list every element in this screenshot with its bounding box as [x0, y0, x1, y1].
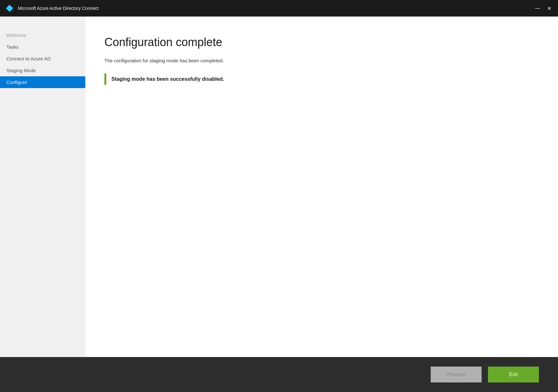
- sidebar-item-welcome[interactable]: Welcome: [0, 29, 85, 41]
- footer: Previous Exit: [0, 357, 558, 392]
- app-window: Microsoft Azure Active Directory Connect…: [0, 0, 558, 392]
- sidebar: Welcome Tasks Connect to Azure AD Stagin…: [0, 17, 85, 357]
- page-title: Configuration complete: [104, 36, 539, 49]
- description-text: The configuration for staging mode has b…: [104, 58, 539, 63]
- minimize-button[interactable]: —: [534, 4, 541, 12]
- content-area: Welcome Tasks Connect to Azure AD Stagin…: [0, 17, 558, 357]
- main-content: Configuration complete The configuration…: [85, 17, 558, 357]
- title-bar: Microsoft Azure Active Directory Connect…: [0, 0, 558, 17]
- sidebar-item-staging-mode[interactable]: Staging Mode: [0, 65, 85, 76]
- status-text: Staging mode has been successfully disab…: [111, 73, 224, 85]
- window-controls: — ✕: [534, 4, 553, 12]
- close-button[interactable]: ✕: [545, 4, 553, 12]
- window-title: Microsoft Azure Active Directory Connect: [18, 6, 534, 11]
- sidebar-item-configure[interactable]: Configure: [0, 76, 85, 88]
- status-message: Staging mode has been successfully disab…: [104, 73, 539, 85]
- sidebar-item-connect-azure-ad[interactable]: Connect to Azure AD: [0, 53, 85, 65]
- status-bar-indicator: [104, 73, 106, 85]
- app-logo-icon: [5, 4, 14, 13]
- exit-button[interactable]: Exit: [488, 367, 539, 382]
- sidebar-item-tasks[interactable]: Tasks: [0, 41, 85, 53]
- previous-button[interactable]: Previous: [431, 367, 482, 382]
